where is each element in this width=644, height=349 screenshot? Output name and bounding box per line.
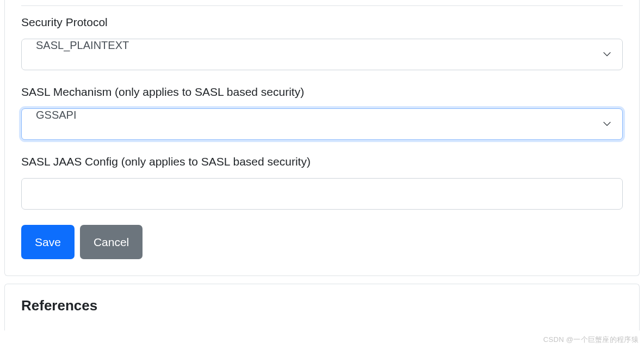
config-form-panel: Security Protocol SASL_PLAINTEXT SASL Me… — [4, 0, 640, 276]
button-row: Save Cancel — [21, 225, 623, 259]
security-protocol-label: Security Protocol — [21, 16, 623, 29]
references-panel: References — [4, 284, 640, 330]
sasl-mechanism-label: SASL Mechanism (only applies to SASL bas… — [21, 85, 623, 99]
references-title: References — [21, 297, 623, 314]
top-divider — [21, 5, 623, 6]
sasl-mechanism-select[interactable]: GSSAPI — [21, 108, 623, 140]
security-protocol-select-wrapper: SASL_PLAINTEXT — [21, 39, 623, 70]
sasl-mechanism-group: SASL Mechanism (only applies to SASL bas… — [21, 85, 623, 140]
sasl-jaas-config-group: SASL JAAS Config (only applies to SASL b… — [21, 155, 623, 210]
sasl-mechanism-select-wrapper: GSSAPI — [21, 108, 623, 140]
save-button[interactable]: Save — [21, 225, 75, 259]
security-protocol-group: Security Protocol SASL_PLAINTEXT — [21, 16, 623, 70]
sasl-jaas-config-input[interactable] — [21, 178, 623, 210]
watermark: CSDN @一个巨蟹座的程序猿 — [543, 335, 639, 345]
cancel-button[interactable]: Cancel — [80, 225, 143, 259]
sasl-jaas-config-label: SASL JAAS Config (only applies to SASL b… — [21, 155, 623, 168]
security-protocol-select[interactable]: SASL_PLAINTEXT — [21, 39, 623, 70]
